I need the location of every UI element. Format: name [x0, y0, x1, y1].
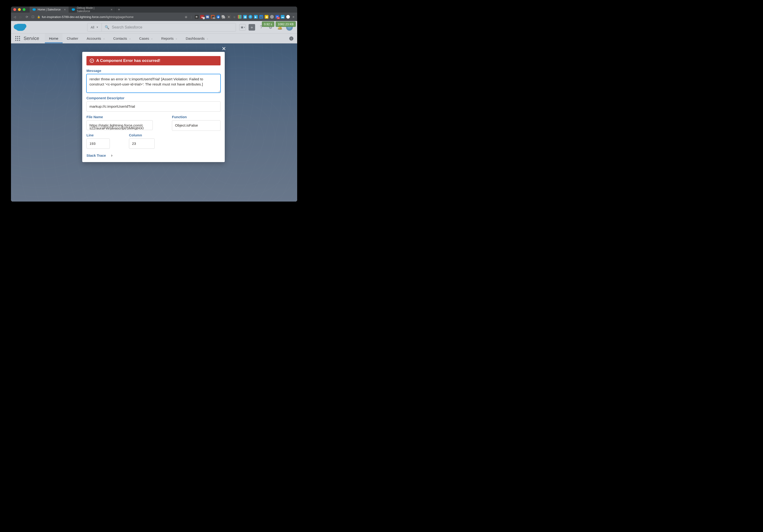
nav-item-dashboards[interactable]: Dashboards⌄ [181, 34, 213, 43]
chevron-down-icon[interactable]: ⌄ [175, 37, 177, 40]
browser-tab[interactable]: Home | Salesforce × [30, 7, 69, 13]
nav-forward-icon[interactable]: ▷ [19, 15, 23, 19]
extension-icon[interactable]: ▦ [243, 15, 247, 19]
profile-icon[interactable] [286, 15, 290, 19]
line-label: Line [86, 133, 110, 137]
extension-icon[interactable]: ▲0 [200, 15, 204, 19]
window-close-button[interactable] [13, 8, 16, 11]
stack-trace-toggle[interactable]: Stack Trace › [86, 153, 221, 158]
perf-size: 1082.23 KB [276, 22, 296, 27]
search-icon: 🔍 [105, 25, 109, 30]
column-label: Column [129, 133, 155, 137]
extension-icon[interactable]: ⬛46 [211, 15, 215, 19]
descriptor-label: Component Descriptor [86, 96, 221, 100]
chevron-down-icon[interactable]: ⌄ [151, 37, 153, 40]
extension-icon[interactable]: ◎ [232, 15, 236, 19]
tab-close-icon[interactable]: × [64, 8, 66, 11]
extension-icon[interactable]: ▶ [254, 15, 258, 19]
lock-icon: 🔒 [37, 15, 41, 19]
extension-icon[interactable]: ≡ [227, 15, 231, 19]
salesforce-logo-icon[interactable] [15, 24, 26, 31]
nav-item-home[interactable]: Home [45, 34, 62, 43]
extension-icon[interactable]: ▬ [281, 15, 284, 19]
extension-icon[interactable]: ▦ [265, 15, 269, 19]
stack-trace-label: Stack Trace [86, 154, 106, 158]
error-banner: A Component Error has occurred! [86, 56, 221, 65]
column-value: 23 [132, 142, 136, 146]
nav-back-icon[interactable]: ◁ [13, 15, 17, 19]
file-text-line2: s22/auraFW/javascript/SMRgtHXI [89, 126, 144, 130]
info-icon[interactable]: i [289, 37, 293, 41]
line-value: 193 [89, 142, 96, 146]
search-scope-label: All [91, 26, 94, 29]
browser-tab[interactable]: Debug Mode | Salesforce × [69, 7, 116, 13]
global-search: All ▼ 🔍 Search Salesforce [87, 23, 236, 32]
descriptor-text: markup://c:importUserIdTrial [89, 104, 135, 108]
global-actions-button[interactable]: ＋ [249, 24, 255, 31]
bookmark-icon[interactable]: ☐ [31, 15, 35, 19]
error-ban-icon [90, 58, 94, 63]
message-text: render threw an error in 'c:importUserId… [89, 77, 203, 86]
extension-icon[interactable]: 📰 [206, 15, 209, 19]
browser-menu-icon[interactable]: ≡ [291, 15, 295, 19]
extension-icons: ⊕ | ⛨ ▲0 📰 ⬛46 ◉ 🐘 ≡ ◎ ▦ F ▶ 📹 ▦ ✉34 ▬ ≡ [184, 15, 295, 19]
chevron-down-icon[interactable]: ⌄ [129, 37, 131, 40]
line-field[interactable]: 193 [86, 139, 110, 149]
nav-item-cases[interactable]: Cases⌄ [135, 34, 157, 43]
reload-icon[interactable]: ⟳ [25, 15, 29, 19]
tab-close-icon[interactable]: × [111, 8, 113, 11]
function-label: Function [172, 115, 221, 119]
favorites-button[interactable]: ★▾ [239, 24, 246, 31]
nav-item-chatter[interactable]: Chatter [62, 34, 82, 43]
message-label: Message [86, 69, 221, 73]
url-text: fun-inspiration-5789-dev-ed.lightning.fo… [42, 15, 133, 19]
salesforce-header: All ▼ 🔍 Search Salesforce ★▾ ＋ ? ⚙ 🔔 [11, 21, 297, 34]
tab-title: Debug Mode | Salesforce [77, 7, 107, 13]
page-content: 0.92 s 1082.23 KB All ▼ 🔍 Search Salesfo… [11, 21, 297, 202]
browser-window: Home | Salesforce × Debug Mode | Salesfo… [11, 7, 297, 202]
app-nav-bar: Service Home Chatter Accounts⌄ Contacts⌄… [11, 34, 297, 44]
search-input[interactable]: 🔍 Search Salesforce [102, 25, 236, 30]
extension-icon[interactable] [270, 15, 274, 19]
app-launcher-icon[interactable] [13, 34, 22, 43]
chevron-down-icon[interactable]: ⌄ [103, 37, 105, 40]
search-placeholder: Search Salesforce [112, 25, 142, 30]
error-title: A Component Error has occurred! [96, 58, 160, 63]
column-field[interactable]: 23 [129, 139, 155, 149]
extension-icon[interactable] [238, 15, 242, 19]
window-zoom-button[interactable] [23, 8, 26, 11]
message-field[interactable]: render threw an error in 'c:importUserId… [86, 74, 221, 93]
tab-title: Home | Salesforce [38, 8, 61, 11]
chevron-down-icon[interactable]: ⌄ [206, 37, 208, 40]
window-titlebar: Home | Salesforce × Debug Mode | Salesfo… [11, 7, 297, 13]
zoom-icon[interactable]: ⊕ [184, 15, 188, 19]
extension-icon[interactable]: ◉ [216, 15, 220, 19]
function-field[interactable]: Object.isFalse [172, 120, 221, 131]
nav-item-contacts[interactable]: Contacts⌄ [109, 34, 135, 43]
brave-shield-icon[interactable]: ⛨ [195, 15, 199, 19]
search-scope-dropdown[interactable]: All ▼ [87, 23, 102, 31]
browser-toolbar: ◁ ▷ ⟳ ☐ 🔒 fun-inspiration-5789-dev-ed.li… [11, 13, 297, 21]
divider: | [189, 15, 193, 19]
extension-icon[interactable]: ✉34 [275, 15, 279, 19]
nav-item-accounts[interactable]: Accounts⌄ [82, 34, 109, 43]
new-tab-button[interactable]: + [116, 7, 122, 12]
file-label: File Name [86, 115, 153, 119]
extension-icon[interactable]: F [249, 15, 252, 19]
descriptor-field[interactable]: markup://c:importUserIdTrial [86, 101, 221, 112]
file-field[interactable]: https://static.lightning.force.com/c s22… [86, 120, 153, 130]
address-bar[interactable]: 🔒 fun-inspiration-5789-dev-ed.lightning.… [37, 15, 133, 19]
function-text: Object.isFalse [175, 123, 198, 127]
browser-tabs: Home | Salesforce × Debug Mode | Salesfo… [30, 7, 122, 13]
perf-time: 0.92 s [262, 22, 274, 27]
modal-close-button[interactable]: ✕ [222, 46, 226, 52]
salesforce-favicon-icon [72, 8, 75, 11]
window-minimize-button[interactable] [18, 8, 21, 11]
extension-icon[interactable]: 📹 [259, 15, 263, 19]
chevron-right-icon: › [111, 153, 112, 158]
error-modal: A Component Error has occurred! Message … [82, 52, 225, 162]
salesforce-favicon-icon [33, 8, 36, 11]
nav-item-reports[interactable]: Reports⌄ [157, 34, 181, 43]
traffic-lights [13, 8, 26, 11]
evernote-icon[interactable]: 🐘 [222, 15, 225, 19]
